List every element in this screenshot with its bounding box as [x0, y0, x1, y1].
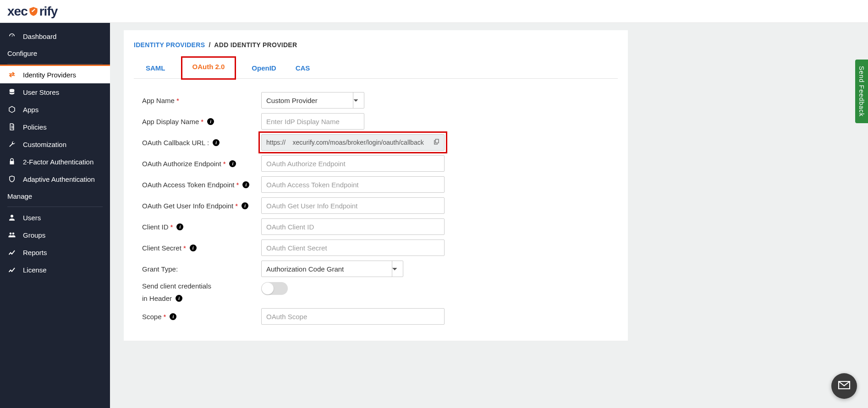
label-app-name: App Name* — [142, 97, 257, 104]
breadcrumb-sep: / — [207, 41, 212, 49]
info-icon[interactable]: i — [207, 118, 214, 125]
swap-icon — [7, 71, 16, 79]
sidebar-item-user-stores[interactable]: User Stores — [0, 83, 110, 101]
grant-type-select[interactable]: Authorization Code Grant — [261, 261, 403, 277]
mail-icon — [837, 378, 852, 394]
sidebar-item-dashboard[interactable]: Dashboard — [0, 27, 110, 45]
sidebar-item-label: Apps — [23, 106, 38, 114]
sidebar-item-policies[interactable]: Policies — [0, 118, 110, 136]
svg-point-0 — [10, 89, 15, 91]
label-token-endpoint: OAuth Access Token Endpoint* i — [142, 181, 257, 189]
logo-text-suffix: rify — [39, 4, 58, 19]
scope-input[interactable] — [261, 308, 445, 325]
send-feedback-tab[interactable]: Send Feedback — [855, 60, 868, 123]
chart-icon — [7, 266, 16, 274]
sidebar-item-license[interactable]: License — [0, 261, 110, 278]
sidebar-item-label: 2-Factor Authentication — [23, 158, 93, 166]
sidebar-item-label: Policies — [23, 123, 47, 131]
cube-icon — [7, 105, 16, 114]
callback-url-display: https:// xecurify.com/moas/broker/login/… — [261, 134, 445, 151]
breadcrumb: IDENTITY PROVIDERS / ADD IDENTITY PROVID… — [134, 38, 618, 58]
label-callback-url: OAuth Callback URL : i — [142, 139, 257, 147]
tabs: SAML OAuth 2.0 OpenID CAS — [134, 58, 618, 79]
breadcrumb-current: ADD IDENTITY PROVIDER — [214, 41, 297, 49]
tab-saml[interactable]: SAML — [142, 58, 169, 78]
tab-cas[interactable]: CAS — [292, 58, 314, 78]
info-icon[interactable]: i — [213, 139, 220, 146]
tab-openid[interactable]: OpenID — [248, 58, 280, 78]
breadcrumb-link[interactable]: IDENTITY PROVIDERS — [134, 41, 205, 49]
chat-fab[interactable] — [831, 373, 857, 399]
sidebar-item-label: Reports — [23, 249, 47, 256]
top-bar: xec rify — [0, 0, 868, 23]
label-credentials-in-header: Send client credentials in Header i — [142, 282, 257, 302]
sidebar-item-identity-providers[interactable]: Identity Providers — [0, 66, 110, 83]
shield-outline-icon — [7, 175, 16, 183]
label-display-name: App Display Name* i — [142, 118, 257, 125]
info-icon[interactable]: i — [229, 160, 236, 167]
logo-text-prefix: xec — [7, 4, 27, 19]
sidebar-item-adaptive-auth[interactable]: Adaptive Authentication — [0, 170, 110, 188]
display-name-input[interactable] — [261, 113, 364, 130]
form: App Name* Custom Provider App Display Na… — [134, 79, 618, 327]
info-icon[interactable]: i — [176, 295, 182, 302]
sidebar-section-manage: Manage — [0, 188, 110, 205]
label-client-secret: Client Secret* i — [142, 244, 257, 252]
sidebar-item-customization[interactable]: Customization — [0, 136, 110, 153]
document-icon — [7, 123, 16, 131]
info-icon[interactable]: i — [176, 223, 183, 230]
client-id-input[interactable] — [261, 218, 445, 235]
logo[interactable]: xec rify — [7, 4, 57, 19]
sidebar-item-users[interactable]: Users — [0, 209, 110, 226]
sidebar-item-label: Users — [23, 214, 41, 222]
shield-icon — [27, 6, 39, 18]
sidebar-item-label: Dashboard — [23, 33, 56, 40]
sidebar-item-groups[interactable]: Groups — [0, 226, 110, 244]
sidebar-item-label: Adaptive Authentication — [23, 175, 95, 183]
label-scope: Scope* i — [142, 313, 257, 321]
sidebar-item-label: Identity Providers — [23, 71, 76, 79]
sidebar-item-2fa[interactable]: 2-Factor Authentication — [0, 153, 110, 170]
authorize-endpoint-input[interactable] — [261, 155, 445, 172]
label-authorize-endpoint: OAuth Authorize Endpoint* i — [142, 160, 257, 168]
chart-icon — [7, 248, 16, 256]
tab-oauth[interactable]: OAuth 2.0 — [181, 56, 236, 80]
sidebar-item-label: User Stores — [23, 88, 59, 96]
app-name-select[interactable]: Custom Provider — [261, 92, 364, 109]
sidebar-item-label: Groups — [23, 231, 45, 239]
content-card: IDENTITY PROVIDERS / ADD IDENTITY PROVID… — [124, 30, 628, 341]
copy-icon[interactable] — [433, 138, 440, 147]
divider — [7, 207, 103, 207]
label-client-id: Client ID* i — [142, 223, 257, 231]
info-icon[interactable]: i — [170, 313, 176, 320]
lock-icon — [7, 158, 16, 166]
info-icon[interactable]: i — [190, 245, 197, 251]
sidebar-item-apps[interactable]: Apps — [0, 101, 110, 118]
token-endpoint-input[interactable] — [261, 176, 445, 193]
userinfo-endpoint-input[interactable] — [261, 197, 445, 214]
dashboard-icon — [7, 32, 16, 40]
sidebar: Dashboard Configure Identity Providers U… — [0, 23, 110, 408]
credentials-header-toggle[interactable] — [261, 282, 288, 295]
client-secret-input[interactable] — [261, 239, 445, 256]
sidebar-item-reports[interactable]: Reports — [0, 244, 110, 261]
label-grant-type: Grant Type: — [142, 265, 257, 273]
main: IDENTITY PROVIDERS / ADD IDENTITY PROVID… — [110, 23, 868, 408]
wrench-icon — [7, 140, 16, 148]
database-icon — [7, 88, 16, 96]
sidebar-section-configure: Configure — [0, 45, 110, 62]
info-icon[interactable]: i — [242, 181, 249, 188]
info-icon[interactable]: i — [242, 202, 248, 209]
user-icon — [7, 213, 16, 222]
divider — [7, 64, 103, 64]
sidebar-item-label: Customization — [23, 141, 66, 148]
users-icon — [7, 231, 16, 239]
label-userinfo-endpoint: OAuth Get User Info Endpoint* i — [142, 202, 257, 210]
sidebar-item-label: License — [23, 266, 47, 274]
